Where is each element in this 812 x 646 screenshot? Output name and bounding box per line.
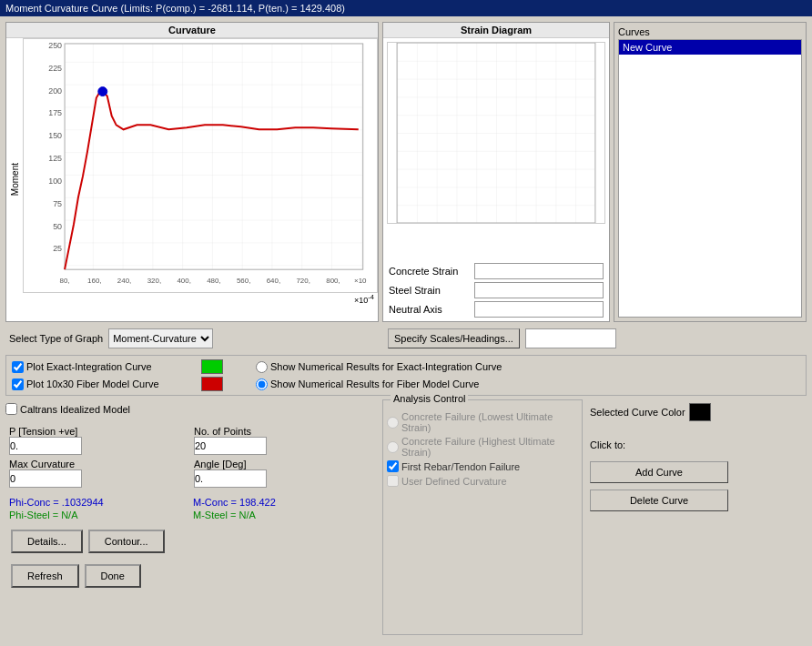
- show-numerical-fiber-label[interactable]: Show Numerical Results for Fiber Model C…: [256, 379, 479, 390]
- phi-values: Phi-Conc = .1032944 M-Conc = 198.422 Phi…: [5, 495, 379, 522]
- selected-color-label: Selected Curve Color: [590, 407, 685, 418]
- show-numerical-exact-radio[interactable]: [256, 361, 268, 373]
- exact-integration-label[interactable]: Plot Exact-Integration Curve: [12, 361, 194, 373]
- svg-text:25: 25: [53, 244, 62, 253]
- no-of-points-label: No. of Points: [194, 426, 251, 437]
- analysis-checkbox-3[interactable]: [387, 475, 399, 487]
- caltrans-checkbox[interactable]: [5, 403, 17, 415]
- svg-text:720,: 720,: [296, 277, 310, 285]
- add-curve-button[interactable]: Add Curve: [590, 461, 728, 483]
- svg-text:125: 125: [48, 154, 62, 163]
- moment-label: Moment: [10, 163, 20, 196]
- analysis-checkbox-2[interactable]: [387, 460, 399, 472]
- selected-color-row: Selected Curve Color: [590, 403, 728, 421]
- fiber-model-color-box: [201, 377, 223, 391]
- steel-strain-row: Steel Strain: [389, 282, 604, 298]
- svg-text:225: 225: [48, 64, 62, 73]
- svg-text:160,: 160,: [87, 277, 101, 285]
- plot-options-panel: Plot Exact-Integration Curve Show Numeri…: [5, 355, 807, 396]
- steel-strain-label: Steel Strain: [389, 285, 471, 296]
- svg-rect-22: [397, 43, 595, 223]
- show-numerical-exact-label[interactable]: Show Numerical Results for Exact-Integra…: [256, 361, 502, 373]
- no-of-points-group: No. of Points: [194, 426, 375, 455]
- phi-conc-value: Phi-Conc = .1032944: [9, 497, 191, 508]
- delete-curve-button[interactable]: Delete Curve: [590, 490, 728, 511]
- neutral-axis-input[interactable]: [474, 301, 604, 318]
- done-button[interactable]: Done: [85, 564, 141, 588]
- angle-deg-input[interactable]: [194, 469, 267, 488]
- concrete-strain-label: Concrete Strain: [389, 266, 471, 277]
- analysis-radio-1[interactable]: [387, 441, 399, 453]
- analysis-option-3: User Defined Curvature: [387, 475, 578, 487]
- curves-title: Curves: [618, 26, 802, 37]
- p-tension-label: P [Tension +ve]: [9, 426, 77, 437]
- buttons-row-2: Refresh Done: [5, 560, 379, 591]
- buttons-row: Details... Contour...: [5, 526, 379, 557]
- title-bar: Moment Curvature Curve (Limits: P(comp.)…: [0, 0, 812, 16]
- m-conc-value: M-Conc = 198.422: [193, 497, 375, 508]
- click-to-label: Click to:: [590, 439, 728, 450]
- svg-text:175: 175: [48, 108, 62, 117]
- params-panel: Caltrans Idealized Model P [Tension +ve]…: [5, 399, 379, 635]
- right-bottom-panel: Selected Curve Color Click to: Add Curve…: [586, 399, 732, 635]
- concrete-strain-input[interactable]: [474, 263, 604, 279]
- contour-button[interactable]: Contour...: [88, 530, 165, 553]
- refresh-button[interactable]: Refresh: [11, 564, 79, 588]
- strain-info: Concrete Strain Steel Strain Neutral Axi…: [383, 259, 609, 321]
- svg-text:200: 200: [48, 86, 62, 96]
- specify-scales-button[interactable]: Specify Scales/Headings...: [388, 328, 520, 348]
- selected-color-box: [689, 403, 711, 421]
- show-numerical-fiber-radio[interactable]: [256, 379, 268, 390]
- analysis-control-panel: Analysis Control Concrete Failure (Lowes…: [382, 399, 583, 635]
- curves-panel: Curves New Curve: [614, 22, 807, 322]
- phi-steel-value: Phi-Steel = N/A: [9, 510, 191, 520]
- neutral-axis-label: Neutral Axis: [389, 304, 471, 315]
- svg-text:240,: 240,: [117, 277, 131, 285]
- peak-dot: [98, 87, 107, 96]
- curves-list[interactable]: New Curve: [618, 39, 802, 318]
- strain-chart-area: [383, 38, 609, 259]
- bottom-row: Caltrans Idealized Model P [Tension +ve]…: [5, 399, 807, 635]
- fiber-model-checkbox[interactable]: [12, 379, 24, 390]
- analysis-control-title: Analysis Control: [391, 393, 468, 404]
- svg-text:100: 100: [48, 177, 62, 186]
- heading-input[interactable]: [525, 328, 616, 348]
- analysis-radio-0[interactable]: [387, 417, 399, 429]
- svg-text:480,: 480,: [207, 277, 220, 285]
- exact-integration-checkbox[interactable]: [12, 361, 24, 373]
- curvature-panel: Curvature Moment 250: [5, 22, 379, 322]
- plot-row-fiber: Plot 10x30 Fiber Model Curve Show Numeri…: [12, 377, 800, 391]
- details-button[interactable]: Details...: [11, 530, 83, 553]
- max-curvature-label: Max Curvature: [9, 459, 75, 469]
- concrete-strain-row: Concrete Strain: [389, 263, 604, 279]
- svg-text:50: 50: [53, 222, 62, 231]
- params-grid: P [Tension +ve] No. of Points Max Curvat…: [5, 422, 379, 491]
- strain-diagram-title: Strain Diagram: [383, 23, 609, 38]
- max-curvature-group: Max Curvature: [9, 459, 190, 488]
- p-tension-input[interactable]: [9, 437, 82, 455]
- curvature-title: Curvature: [6, 23, 378, 38]
- x-axis-multiplier: ×10-4: [23, 293, 374, 305]
- plot-row-exact: Plot Exact-Integration Curve Show Numeri…: [12, 359, 800, 374]
- graph-type-select[interactable]: Moment-Curvature Moment-Strain Moment-De…: [108, 328, 213, 348]
- analysis-options: Concrete Failure (Lowest Ultimate Strain…: [387, 411, 578, 487]
- svg-text:640,: 640,: [267, 277, 280, 285]
- svg-rect-0: [65, 44, 363, 269]
- steel-strain-input[interactable]: [474, 282, 604, 298]
- chart-inner: 250 225 200 175 150 125 100 75 50 25 80,…: [23, 38, 378, 321]
- svg-text:560,: 560,: [237, 277, 250, 285]
- chart-wrapper: Moment 250 225 200: [6, 38, 378, 321]
- strain-diagram-panel: Strain Diagram Concrete Strain: [382, 22, 610, 322]
- m-steel-value: M-Steel = N/A: [193, 510, 375, 520]
- exact-integration-color-box: [201, 359, 223, 374]
- fiber-model-label[interactable]: Plot 10x30 Fiber Model Curve: [12, 379, 194, 390]
- svg-text:150: 150: [48, 131, 62, 140]
- analysis-option-2: First Rebar/Tendon Failure: [387, 460, 578, 472]
- caltrans-label[interactable]: Caltrans Idealized Model: [5, 403, 379, 415]
- no-of-points-input[interactable]: [194, 437, 267, 455]
- graph-controls-left: Select Type of Graph Moment-Curvature Mo…: [9, 328, 382, 348]
- curve-item-new[interactable]: New Curve: [619, 40, 801, 55]
- moment-label-container: Moment: [6, 38, 23, 321]
- max-curvature-input[interactable]: [9, 469, 82, 488]
- curvature-chart-svg: 250 225 200 175 150 125 100 75 50 25 80,…: [23, 38, 378, 293]
